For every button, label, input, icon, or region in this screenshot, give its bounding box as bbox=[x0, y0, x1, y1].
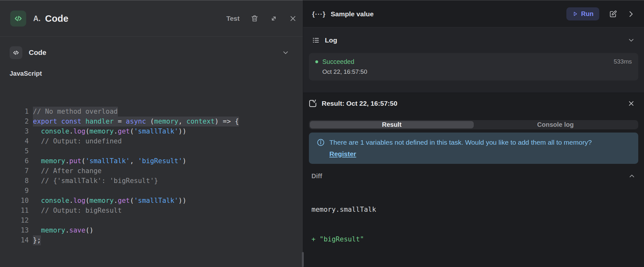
log-timestamp: Oct 22, 16:57:50 bbox=[322, 68, 632, 76]
code-line[interactable]: 13 memory.save() bbox=[10, 225, 303, 235]
diff-label: Diff bbox=[311, 172, 322, 180]
code-line[interactable]: 8 // {'smallTalk': 'bigResult'} bbox=[10, 176, 303, 186]
list-icon bbox=[312, 36, 320, 44]
diff-content: memory.smallTalk + "bigResult" bbox=[309, 185, 638, 264]
line-number: 12 bbox=[10, 216, 29, 225]
line-number: 4 bbox=[10, 136, 29, 146]
code-line[interactable]: 12 bbox=[10, 216, 303, 225]
line-number: 1 bbox=[10, 107, 29, 117]
diff-added-value: + "bigResult" bbox=[311, 234, 636, 244]
result-tabs: Result Console log bbox=[309, 120, 638, 129]
code-text: // After change bbox=[33, 166, 102, 176]
code-icon bbox=[10, 46, 22, 59]
code-text: console.log(memory.get('smallTalk')) bbox=[33, 126, 187, 136]
code-section-title: Code bbox=[29, 49, 46, 57]
run-button[interactable]: Run bbox=[566, 7, 599, 20]
code-node-editor: A. Code Test bbox=[0, 0, 644, 267]
code-editor[interactable]: 1// No method overload2export const hand… bbox=[10, 107, 303, 245]
log-section: Log Succeeded 533ms Oct 22, 16:57:50 bbox=[303, 27, 644, 93]
code-line[interactable]: 6 memory.put('smallTalk', 'bigResult') bbox=[10, 156, 303, 166]
status-badge: Succeeded bbox=[322, 58, 354, 65]
code-line[interactable]: 3 console.log(memory.get('smallTalk')) bbox=[10, 126, 303, 136]
info-banner: There are 1 variables not defined in thi… bbox=[309, 133, 638, 164]
chevron-down-icon[interactable] bbox=[282, 49, 289, 57]
line-number: 3 bbox=[10, 126, 29, 136]
log-section-header[interactable]: Log bbox=[309, 27, 638, 53]
line-number: 10 bbox=[10, 196, 29, 206]
chevron-right-icon[interactable] bbox=[627, 10, 635, 18]
line-number: 6 bbox=[10, 156, 29, 166]
duration-label: 533ms bbox=[614, 58, 632, 65]
code-text: export const handler = async (memory, co… bbox=[33, 117, 239, 126]
result-title: Result: Oct 22, 16:57:50 bbox=[322, 100, 397, 107]
line-number: 13 bbox=[10, 225, 29, 235]
log-title: Log bbox=[325, 36, 337, 44]
code-text: // Output: undefined bbox=[33, 136, 122, 146]
code-text: // {'smallTalk': 'bigResult'} bbox=[33, 176, 158, 186]
code-line[interactable]: 10 console.log(memory.get('smallTalk')) bbox=[10, 196, 303, 206]
code-line[interactable]: 5 bbox=[10, 146, 303, 156]
node-title: Code bbox=[45, 13, 68, 24]
close-icon[interactable] bbox=[289, 14, 297, 23]
trash-icon[interactable] bbox=[250, 14, 259, 23]
code-text: // No method overload bbox=[33, 107, 118, 117]
code-text: console.log(memory.get('smallTalk')) bbox=[33, 196, 187, 206]
header-actions: Test bbox=[226, 14, 297, 23]
chevron-up-icon[interactable] bbox=[628, 172, 636, 180]
expand-icon[interactable] bbox=[270, 14, 278, 23]
tab-result[interactable]: Result bbox=[310, 121, 474, 128]
diff-path: memory.smallTalk bbox=[311, 205, 636, 215]
node-label-prefix: A. bbox=[33, 14, 41, 23]
braces-icon: {···} bbox=[312, 10, 326, 18]
code-section-header[interactable]: Code bbox=[10, 46, 289, 59]
code-line[interactable]: 11 // Output: bigResult bbox=[10, 206, 303, 216]
result-panel: {···} Sample value Run bbox=[303, 0, 644, 267]
sample-value-title: Sample value bbox=[331, 10, 373, 18]
test-button[interactable]: Test bbox=[226, 15, 240, 22]
line-number: 2 bbox=[10, 117, 29, 126]
code-panel-body: Code JavaScript 1// No method overload2e… bbox=[0, 37, 303, 267]
code-panel-header: A. Code Test bbox=[0, 1, 303, 37]
line-number: 7 bbox=[10, 166, 29, 176]
code-line[interactable]: 7 // After change bbox=[10, 166, 303, 176]
info-icon bbox=[317, 138, 325, 147]
banner-message: There are 1 variables not defined in thi… bbox=[329, 139, 592, 146]
code-line[interactable]: 2export const handler = async (memory, c… bbox=[10, 117, 303, 126]
code-panel: A. Code Test bbox=[0, 0, 303, 267]
diff-section-header[interactable]: Diff bbox=[309, 172, 638, 180]
code-line[interactable]: 1// No method overload bbox=[10, 107, 303, 117]
code-text: // Output: bigResult bbox=[33, 206, 122, 216]
play-icon bbox=[572, 11, 578, 17]
line-number: 5 bbox=[10, 146, 29, 156]
code-line[interactable]: 9 bbox=[10, 186, 303, 196]
code-text: }; bbox=[33, 235, 41, 245]
line-number: 11 bbox=[10, 206, 29, 216]
line-number: 9 bbox=[10, 186, 29, 196]
result-panel-header: {···} Sample value Run bbox=[303, 1, 644, 27]
edit-icon[interactable] bbox=[609, 10, 617, 18]
close-result-icon[interactable] bbox=[627, 100, 635, 107]
register-link[interactable]: Register bbox=[329, 149, 356, 159]
log-entry[interactable]: Succeeded 533ms Oct 22, 16:57:50 bbox=[309, 53, 638, 80]
code-text: memory.put('smallTalk', 'bigResult') bbox=[33, 156, 187, 166]
tab-console-log[interactable]: Console log bbox=[474, 121, 638, 128]
run-button-label: Run bbox=[581, 10, 594, 18]
code-node-icon bbox=[10, 11, 26, 27]
line-number: 8 bbox=[10, 176, 29, 186]
language-label: JavaScript bbox=[10, 70, 303, 77]
result-run-icon bbox=[308, 99, 317, 108]
scrollbar-thumb[interactable] bbox=[302, 252, 304, 267]
chevron-down-icon[interactable] bbox=[627, 36, 635, 44]
result-header: Result: Oct 22, 16:57:50 bbox=[303, 93, 644, 114]
status-dot bbox=[315, 60, 318, 63]
code-line[interactable]: 14}; bbox=[10, 235, 303, 245]
line-number: 14 bbox=[10, 235, 29, 245]
code-line[interactable]: 4 // Output: undefined bbox=[10, 136, 303, 146]
code-text: memory.save() bbox=[33, 225, 94, 235]
